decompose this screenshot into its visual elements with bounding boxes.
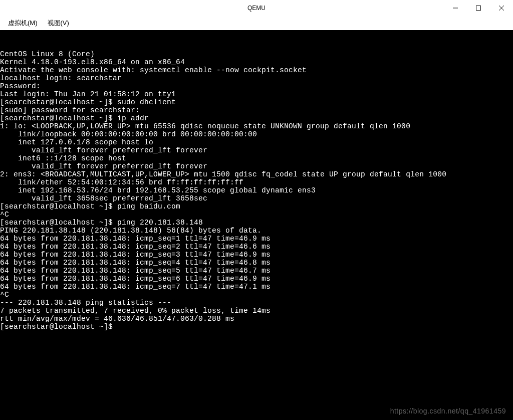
terminal-line: 64 bytes from 220.181.38.148: icmp_seq=1…	[0, 235, 513, 243]
maximize-icon	[476, 6, 481, 11]
terminal-line: [searchstar@localhost ~]$ sudo dhclient	[0, 98, 513, 106]
terminal-line: 2: ens3: <BROADCAST,MULTICAST,UP,LOWER_U…	[0, 170, 513, 178]
close-button[interactable]	[490, 0, 513, 16]
terminal-line: 1: lo: <LOOPBACK,UP,LOWER_UP> mtu 65536 …	[0, 122, 513, 130]
terminal-line: valid_lft 3658sec preferred_lft 3658sec	[0, 194, 513, 202]
close-icon	[499, 6, 504, 11]
menu-vm[interactable]: 虚拟机(M)	[7, 17, 39, 30]
terminal-line: 64 bytes from 220.181.38.148: icmp_seq=3…	[0, 251, 513, 259]
menubar: 虚拟机(M) 视图(V)	[0, 16, 513, 30]
terminal-line: [searchstar@localhost ~]$	[0, 323, 513, 331]
terminal-screen[interactable]: CentOS Linux 8 (Core)Kernel 4.18.0-193.e…	[0, 30, 513, 420]
terminal-line: [searchstar@localhost ~]$ ip addr	[0, 114, 513, 122]
terminal-line: 64 bytes from 220.181.38.148: icmp_seq=4…	[0, 259, 513, 267]
window-titlebar: QEMU	[0, 0, 513, 16]
terminal-line: Kernel 4.18.0-193.el8.x86_64 on an x86_6…	[0, 58, 513, 66]
terminal-line: 64 bytes from 220.181.38.148: icmp_seq=6…	[0, 275, 513, 283]
terminal-line: Last login: Thu Jan 21 01:58:12 on tty1	[0, 90, 513, 98]
maximize-button[interactable]	[467, 0, 490, 16]
terminal-line: 7 packets transmitted, 7 received, 0% pa…	[0, 307, 513, 315]
terminal-line: 64 bytes from 220.181.38.148: icmp_seq=7…	[0, 283, 513, 291]
terminal-line: CentOS Linux 8 (Core)	[0, 50, 513, 58]
terminal-line: inet 127.0.0.1/8 scope host lo	[0, 138, 513, 146]
terminal-line: Password:	[0, 82, 513, 90]
terminal-line: link/loopback 00:00:00:00:00:00 brd 00:0…	[0, 130, 513, 138]
terminal-line: [sudo] password for searchstar:	[0, 106, 513, 114]
terminal-line: localhost login: searchstar	[0, 74, 513, 82]
terminal-line: Activate the web console with: systemctl…	[0, 66, 513, 74]
terminal-line: ^C	[0, 291, 513, 299]
watermark-text: https://blog.csdn.net/qq_41961459	[390, 407, 506, 415]
terminal-line: rtt min/avg/max/mdev = 46.636/46.851/47.…	[0, 315, 513, 323]
terminal-line: [searchstar@localhost ~]$ ping 220.181.3…	[0, 219, 513, 227]
terminal-line: 64 bytes from 220.181.38.148: icmp_seq=5…	[0, 267, 513, 275]
terminal-line: valid_lft forever preferred_lft forever	[0, 146, 513, 154]
terminal-line: link/ether 52:54:00:12:34:56 brd ff:ff:f…	[0, 178, 513, 186]
terminal-line: PING 220.181.38.148 (220.181.38.148) 56(…	[0, 227, 513, 235]
svg-rect-1	[476, 6, 481, 11]
window-controls	[444, 0, 513, 16]
minimize-icon	[453, 6, 458, 11]
terminal-line: inet 192.168.53.76/24 brd 192.168.53.255…	[0, 186, 513, 194]
terminal-line: valid_lft forever preferred_lft forever	[0, 162, 513, 170]
terminal-line: --- 220.181.38.148 ping statistics ---	[0, 299, 513, 307]
menu-view[interactable]: 视图(V)	[47, 17, 70, 30]
terminal-line: 64 bytes from 220.181.38.148: icmp_seq=2…	[0, 243, 513, 251]
terminal-line: ^C	[0, 211, 513, 219]
terminal-line: [searchstar@localhost ~]$ ping baidu.com	[0, 202, 513, 211]
window-title: QEMU	[247, 5, 266, 12]
minimize-button[interactable]	[444, 0, 467, 16]
terminal-line: inet6 ::1/128 scope host	[0, 154, 513, 162]
